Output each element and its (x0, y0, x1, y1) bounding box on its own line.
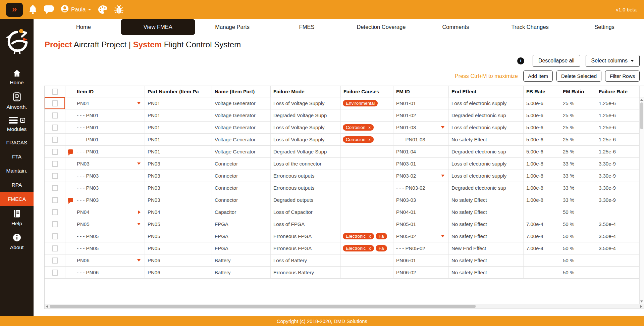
row-checkbox[interactable] (52, 258, 58, 264)
cell-failure_rate[interactable]: 1.25e-6 (596, 122, 640, 133)
cell-end_effect[interactable]: No safety Effect (449, 230, 524, 242)
row-checkbox[interactable] (52, 209, 58, 215)
collapse-caret-icon[interactable] (441, 126, 444, 129)
scroll-down-icon[interactable] (640, 300, 643, 302)
sidebar-item-help[interactable]: Help (0, 206, 34, 230)
cell-fb_rate[interactable]: 1.00e-8 (524, 170, 560, 182)
remove-cause-icon[interactable]: x (369, 125, 371, 130)
cell-failure_rate[interactable]: 1.25e-6 (596, 97, 640, 109)
cell-fb_rate[interactable]: 1.00e-8 (524, 158, 560, 170)
cell-failure_rate[interactable] (596, 267, 640, 278)
cell-failure_rate[interactable]: 1.25e-6 (596, 134, 640, 145)
comment-indicator-icon[interactable] (68, 198, 73, 202)
cell-failure_rate[interactable]: 1.25e-6 (596, 109, 640, 121)
row-checkbox[interactable] (52, 125, 58, 131)
cell-select[interactable] (45, 254, 65, 266)
row-checkbox[interactable] (52, 112, 58, 119)
cell-select[interactable] (45, 158, 65, 170)
cell-failure_rate[interactable]: 1.25e-6 (596, 146, 640, 157)
select-all-header[interactable] (45, 86, 65, 97)
sidebar-item-rpa[interactable]: RPA (0, 178, 34, 192)
column-header-failure_mode[interactable]: Failure Mode (271, 86, 341, 97)
cell-fb_rate[interactable]: 5.00e-6 (524, 109, 560, 121)
cell-failure_mode[interactable]: Loss of Capacitor (271, 206, 341, 218)
cell-name[interactable]: Voltage Generator (212, 134, 271, 145)
cell-comment[interactable] (65, 206, 74, 218)
cell-failure_mode[interactable]: Loss of Voltage Supply (271, 122, 341, 133)
cell-fm_ratio[interactable]: 50 % (560, 254, 596, 266)
cell-fm_ratio[interactable]: 50 % (560, 267, 596, 278)
cell-failure_rate[interactable]: 3.30e-9 (596, 170, 640, 182)
cell-comment[interactable] (65, 242, 74, 254)
cell-item_id[interactable]: - - - PN05 (74, 242, 145, 254)
horizontal-scroll-thumb[interactable] (50, 305, 476, 308)
cell-select[interactable] (45, 206, 65, 218)
cell-fm_id[interactable]: PN01-04 (393, 146, 449, 157)
column-header-item_id[interactable]: Item ID (74, 86, 145, 97)
cell-item_id[interactable]: - - - PN01 (74, 109, 145, 121)
cell-fm_ratio[interactable]: 50 % (560, 242, 596, 254)
cell-failure_causes[interactable]: ElectronicxFa (341, 230, 393, 242)
cell-fm_ratio[interactable]: 33 % (560, 158, 596, 170)
cell-failure_rate[interactable]: 3.30e-9 (596, 182, 640, 194)
cell-fb_rate[interactable]: 1.00e-8 (524, 194, 560, 206)
sidebar-item-modules[interactable]: Modules (0, 113, 34, 136)
row-checkbox[interactable] (52, 270, 58, 276)
sidebar-item-fmeca[interactable]: FMECA (0, 192, 34, 206)
cell-end_effect[interactable]: No safety Effect (449, 254, 524, 266)
cell-fb_rate[interactable] (524, 267, 560, 278)
cell-fm_id[interactable]: - - - PN05-02 (393, 242, 449, 254)
failure-cause-badge[interactable]: Electronicx (343, 245, 374, 251)
cell-fb_rate[interactable]: 5.00e-6 (524, 97, 560, 109)
cell-fm_ratio[interactable]: 33 % (560, 170, 596, 182)
cell-part_number[interactable]: PN01 (145, 122, 212, 133)
cell-item_id[interactable]: PN06 (74, 254, 145, 266)
cell-fm_ratio[interactable]: 25 % (560, 122, 596, 133)
column-header-failure_rate[interactable]: Failure Rate (596, 86, 640, 97)
cell-part_number[interactable]: PN01 (145, 97, 212, 109)
cell-name[interactable]: Voltage Generator (212, 109, 271, 121)
cell-fm_id[interactable]: PN03-03 (393, 194, 449, 206)
cell-fm_ratio[interactable]: 33 % (560, 194, 596, 206)
cell-name[interactable]: Connector (212, 170, 271, 182)
cell-end_effect[interactable]: Loss of electronic supply (449, 122, 524, 133)
cell-name[interactable]: Voltage Generator (212, 122, 271, 133)
sidebar-item-about[interactable]: About (0, 230, 34, 254)
sidebar-item-fta[interactable]: FTA (0, 150, 34, 164)
cell-fb_rate[interactable]: 1.00e-8 (524, 182, 560, 194)
cell-end_effect[interactable]: Loss of electronic supply (449, 158, 524, 170)
cell-failure_causes[interactable]: Corrosionx (341, 134, 393, 145)
cell-fm_ratio[interactable]: 25 % (560, 97, 596, 109)
add-item-button[interactable]: Add Item (523, 71, 553, 82)
cell-fm_ratio[interactable]: 25 % (560, 146, 596, 157)
tab-home[interactable]: Home (46, 19, 121, 35)
failure-cause-badge[interactable]: Corrosionx (343, 124, 374, 131)
cell-fm_id[interactable]: PN05-02 (393, 230, 449, 242)
cell-fm_id[interactable]: PN05-01 (393, 218, 449, 230)
cell-failure_mode[interactable]: Erroneous FPGA (271, 242, 341, 254)
cell-part_number[interactable]: PN06 (145, 254, 212, 266)
cell-part_number[interactable]: PN03 (145, 194, 212, 206)
tab-settings[interactable]: Settings (567, 19, 642, 35)
cell-name[interactable]: Battery (212, 254, 271, 266)
cell-fm_id[interactable]: PN04-01 (393, 206, 449, 218)
collapse-caret-icon[interactable] (137, 102, 141, 104)
cell-comment[interactable] (65, 109, 74, 121)
cell-fm_id[interactable]: PN01-01 (393, 97, 449, 109)
cell-select[interactable] (45, 194, 65, 206)
remove-cause-icon[interactable]: x (369, 234, 371, 239)
cell-name[interactable]: Connector (212, 194, 271, 206)
horizontal-scrollbar[interactable] (45, 304, 644, 309)
cell-failure_mode[interactable]: Loss of FPGA (271, 218, 341, 230)
sidebar-item-airworth[interactable]: Airworth. (0, 89, 34, 113)
cell-failure_rate[interactable] (596, 206, 640, 218)
scroll-right-icon[interactable] (640, 305, 642, 308)
cell-fb_rate[interactable] (524, 254, 560, 266)
cell-item_id[interactable]: - - - PN06 (74, 267, 145, 278)
palette-icon[interactable] (98, 5, 107, 14)
cell-select[interactable] (45, 97, 65, 109)
cell-select[interactable] (45, 122, 65, 133)
cell-name[interactable]: FPGA (212, 242, 271, 254)
cell-select[interactable] (45, 230, 65, 242)
tab-comments[interactable]: Comments (418, 19, 493, 35)
